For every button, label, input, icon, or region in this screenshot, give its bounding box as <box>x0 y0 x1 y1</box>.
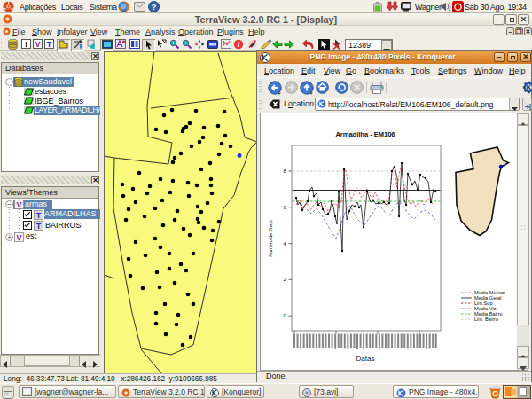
svg-text:V: V <box>16 233 21 242</box>
svg-text:V: V <box>16 200 21 209</box>
svg-text:Armadilha - EM106: Armadilha - EM106 <box>335 130 395 138</box>
svg-text:Numero de Ovos: Numero de Ovos <box>268 220 273 257</box>
svg-text:Datas: Datas <box>356 355 375 363</box>
svg-text:Lim. Bairro: Lim. Bairro <box>474 317 498 322</box>
svg-text:T: T <box>36 211 42 220</box>
svg-text:6: 6 <box>283 205 286 210</box>
svg-text:2: 2 <box>283 277 286 282</box>
svg-text:K: K <box>527 83 532 91</box>
svg-text:4: 4 <box>283 241 286 246</box>
svg-text:?: ? <box>152 2 157 12</box>
svg-text:0: 0 <box>283 313 286 318</box>
svg-text:T: T <box>36 222 42 231</box>
svg-text:8: 8 <box>283 168 286 174</box>
